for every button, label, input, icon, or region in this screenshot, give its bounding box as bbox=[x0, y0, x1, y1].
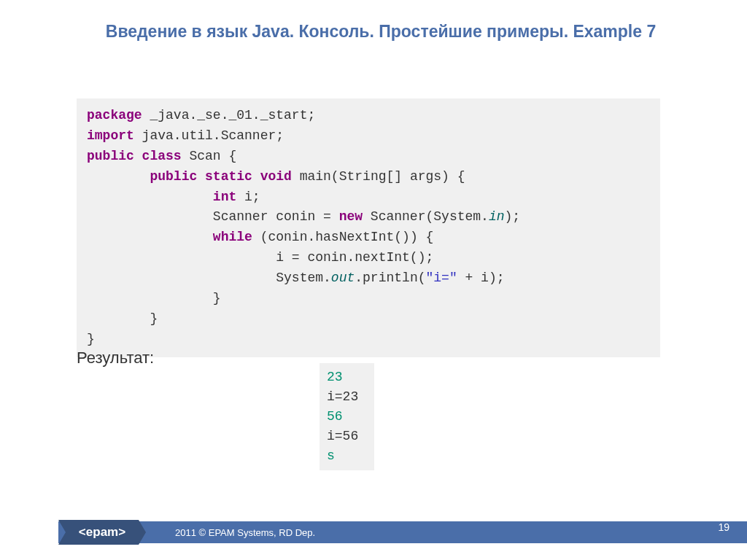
code-block: package _java._se._01._start; import jav… bbox=[77, 98, 660, 357]
svg-text:<epam>: <epam> bbox=[79, 525, 125, 539]
slide-title: Введение в язык Java. Консоль. Простейши… bbox=[44, 22, 718, 42]
page-number: 19 bbox=[718, 516, 729, 538]
result-label: Результат: bbox=[77, 349, 154, 368]
footer-copyright: 2011 © EPAM Systems, RD Dep. bbox=[175, 527, 747, 538]
footer-bar: 2011 © EPAM Systems, RD Dep. bbox=[58, 521, 747, 543]
epam-logo: <epam> bbox=[58, 520, 146, 545]
output-block: 23 i=23 56 i=56 s bbox=[320, 363, 374, 470]
